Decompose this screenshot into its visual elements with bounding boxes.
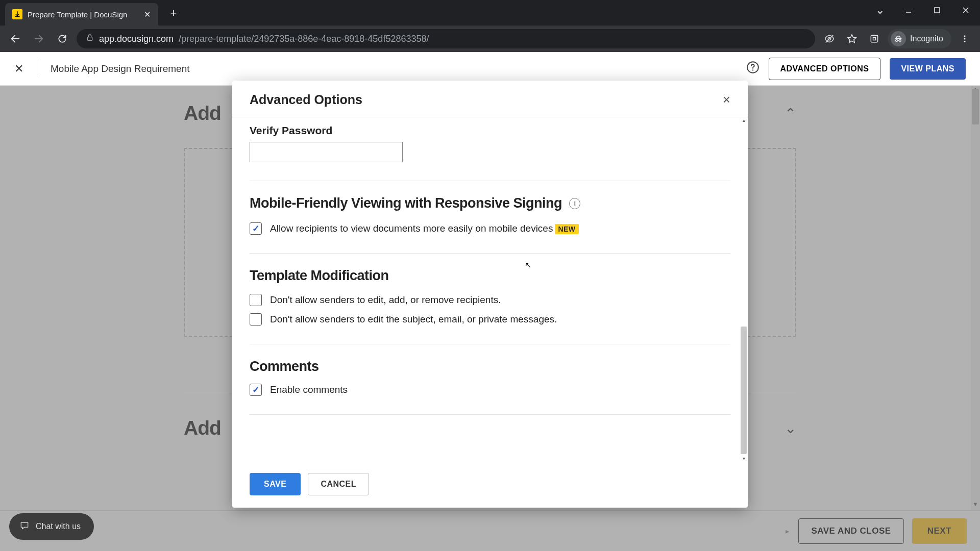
svg-point-10 [899,39,901,41]
separator [37,61,37,77]
chat-label: Chat with us [36,522,81,531]
modal-footer: SAVE CANCEL [232,464,748,508]
enable-comments-label: Enable comments [270,384,348,395]
window-maximize-icon[interactable] [923,0,951,20]
docusign-favicon-icon [12,9,22,19]
tm-no-edit-messages-checkbox[interactable] [250,313,262,325]
svg-point-13 [964,38,966,40]
mobile-friendly-heading-text: Mobile-Friendly Viewing with Responsive … [250,195,562,211]
url-path: /prepare-template/2492735a-886e-4eac-891… [179,34,429,44]
url-host: app.docusign.com [99,34,174,44]
verify-password-input[interactable] [250,142,403,162]
enable-comments-checkbox[interactable] [250,384,262,396]
advanced-options-modal: Advanced Options × Verify Password Mobil… [232,81,748,508]
verify-password-label: Verify Password [250,124,730,137]
window-controls: ⌄ [866,0,980,20]
window-minimize-icon[interactable] [894,0,923,20]
mobile-friendly-checkbox[interactable] [250,222,262,235]
svg-point-12 [964,35,966,37]
tab-close-icon[interactable]: ✕ [143,10,151,18]
modal-scroll-up-icon[interactable]: ▴ [740,117,748,126]
extensions-icon[interactable] [865,30,884,48]
browser-tab-title: Prepare Template | DocuSign [28,10,138,19]
bookmark-star-icon[interactable] [843,30,861,48]
secure-lock-icon [86,34,94,44]
incognito-icon [891,31,906,46]
info-icon[interactable]: i [569,198,580,209]
modal-scrollbar[interactable]: ▴ ▾ [740,117,748,464]
mobile-friendly-checkbox-label: Allow recipients to view documents more … [270,223,579,234]
save-button[interactable]: SAVE [250,473,301,495]
browser-titlebar: Prepare Template | DocuSign ✕ + ⌄ [0,0,980,26]
advanced-options-button[interactable]: ADVANCED OPTIONS [769,58,881,80]
tm-no-edit-recipients-label: Don't allow senders to edit, add, or rem… [270,294,501,306]
nav-forward-icon[interactable] [30,30,48,48]
comments-heading: Comments [250,359,730,374]
chat-icon [19,520,30,533]
document-title: Mobile App Design Requirement [51,63,190,74]
mobile-friendly-heading: Mobile-Friendly Viewing with Responsive … [250,195,730,211]
incognito-label: Incognito [910,34,943,43]
svg-rect-8 [873,38,876,40]
address-bar[interactable]: app.docusign.com/prepare-template/249273… [77,29,815,48]
modal-body: Verify Password Mobile-Friendly Viewing … [232,117,748,464]
nav-reload-icon[interactable] [53,30,71,48]
browser-tab[interactable]: Prepare Template | DocuSign ✕ [5,3,158,26]
svg-point-14 [964,41,966,42]
modal-title: Advanced Options [250,92,362,107]
mobile-friendly-label-text: Allow recipients to view documents more … [270,223,553,234]
svg-rect-4 [87,37,92,41]
new-badge: NEW [555,224,578,234]
tm-no-edit-messages-label: Don't allow senders to edit the subject,… [270,314,557,325]
window-close-icon[interactable] [951,0,980,20]
nav-back-icon[interactable] [6,30,24,48]
cancel-button[interactable]: CANCEL [308,473,369,495]
chat-widget[interactable]: Chat with us [9,513,94,540]
mouse-cursor-icon: ↖ [525,260,531,270]
tabs-dropdown-icon[interactable]: ⌄ [866,0,894,20]
view-plans-button[interactable]: VIEW PLANS [890,58,966,80]
svg-rect-1 [935,8,940,13]
modal-scroll-down-icon[interactable]: ▾ [740,456,748,464]
browser-urlbar: app.docusign.com/prepare-template/249273… [0,26,980,52]
eye-off-icon[interactable] [820,30,839,48]
browser-menu-icon[interactable] [955,30,974,48]
help-icon[interactable] [746,61,760,77]
svg-point-16 [752,69,753,70]
close-template-icon[interactable]: ✕ [14,62,23,76]
incognito-indicator[interactable]: Incognito [888,29,951,48]
svg-point-9 [896,39,898,41]
tm-no-edit-recipients-checkbox[interactable] [250,294,262,306]
template-modification-heading: Template Modification [250,268,730,284]
modal-close-icon[interactable]: × [723,92,730,108]
new-tab-button[interactable]: + [165,5,182,21]
modal-scroll-thumb[interactable] [741,327,747,454]
svg-rect-7 [871,35,877,42]
